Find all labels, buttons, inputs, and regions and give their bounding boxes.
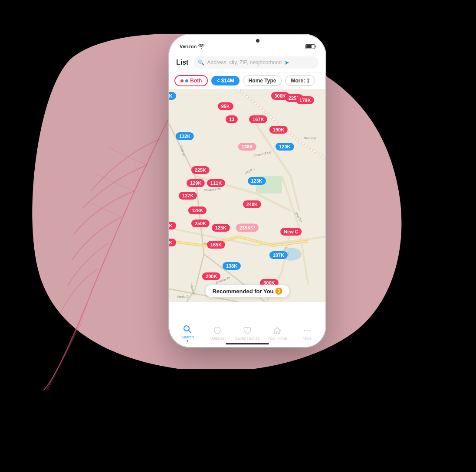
nav-search[interactable]: Search: [176, 324, 200, 342]
pin-200k[interactable]: 200K: [202, 272, 220, 280]
carrier-name: Verizon: [180, 44, 197, 49]
your-home-nav-label: Your Home: [268, 336, 287, 341]
battery-status: [305, 44, 315, 49]
more-label: More: 1: [291, 78, 309, 84]
location-arrow-icon[interactable]: ➤: [284, 59, 289, 66]
nav-updates[interactable]: Updates: [205, 326, 229, 341]
pin-179k[interactable]: 179K: [296, 96, 314, 104]
svg-point-16: [306, 330, 308, 331]
both-filter-chip[interactable]: Both: [174, 75, 208, 86]
hometype-filter-chip[interactable]: Home Type: [243, 75, 282, 86]
search-nav-icon: [183, 324, 192, 334]
more-filter-chip[interactable]: More: 1: [285, 75, 315, 86]
filter-bar: Both < $14M Home Type More: 1: [169, 72, 325, 89]
search-icon: 🔍: [198, 59, 204, 66]
carrier-info: Verizon: [180, 44, 204, 49]
more-nav-icon: [302, 326, 312, 335]
pin-95k[interactable]: 95K: [218, 102, 233, 110]
svg-text:Log D...: Log D...: [244, 167, 255, 175]
search-input-box[interactable]: 🔍 Address, city, ZIP, neighborhood ➤: [194, 56, 318, 69]
pin-new[interactable]: New C: [280, 228, 302, 236]
svg-text:rlando Dr: rlando Dr: [177, 295, 190, 298]
wifi-status-icon: [198, 44, 204, 49]
saved-homes-nav-icon: [243, 326, 252, 335]
pin-123k[interactable]: 123K: [247, 177, 266, 185]
search-active-dot: [187, 340, 188, 342]
dot-blue-icon: [185, 79, 188, 82]
pin-235k[interactable]: 235K♡: [236, 223, 259, 232]
pin-138k-top[interactable]: 138K: [238, 143, 256, 151]
search-placeholder-text: Address, city, ZIP, neighborhood: [207, 59, 282, 66]
search-bar[interactable]: List 🔍 Address, city, ZIP, neighborhood …: [169, 54, 325, 72]
pin-132k[interactable]: 132K: [176, 132, 194, 140]
updates-nav-icon: [213, 326, 222, 335]
pin-250k[interactable]: 250K: [191, 220, 210, 227]
svg-point-15: [304, 330, 305, 331]
nav-your-home[interactable]: Your Home: [266, 326, 289, 341]
battery-fill: [306, 45, 312, 48]
pin-225k-mid[interactable]: 225K: [191, 166, 210, 174]
camera-dot: [256, 39, 259, 43]
pin-107k[interactable]: 107K: [269, 251, 288, 259]
pin-111k[interactable]: 111K: [207, 179, 225, 187]
more-nav-label: More: [302, 336, 312, 341]
battery-icon: [305, 44, 315, 49]
phone-wrapper: Verizon List 🔍 Address, city, ZIP, neigh…: [169, 35, 325, 347]
recommended-pill[interactable]: Recommended for You 3: [205, 285, 289, 298]
pin-128k[interactable]: 128K: [188, 206, 207, 214]
map-area[interactable]: Log D... Cross Hill Rd Prospect Rd Madis…: [169, 89, 325, 302]
price-filter-chip[interactable]: < $14M: [211, 76, 239, 85]
search-nav-label: Search: [181, 335, 194, 339]
pin-129k[interactable]: 129K: [187, 179, 205, 187]
svg-text:Duke Dr: Duke Dr: [180, 145, 186, 157]
svg-point-17: [309, 330, 310, 331]
pin-137k[interactable]: 137K: [179, 192, 197, 200]
nav-more[interactable]: More: [295, 326, 319, 341]
pin-167k[interactable]: 167K: [249, 115, 267, 123]
pin-125k[interactable]: 125K: [212, 224, 230, 232]
svg-text:Prospect Rd: Prospect Rd: [204, 187, 220, 192]
hometype-label: Home Type: [249, 78, 276, 84]
pin-240k[interactable]: 240K: [243, 200, 261, 208]
svg-text:Cross Hill Rd: Cross Hill Rd: [253, 151, 272, 157]
your-home-nav-icon: [272, 326, 282, 335]
price-label: < $14M: [217, 78, 234, 84]
pin-13x[interactable]: 13: [226, 115, 238, 123]
both-label: Both: [190, 78, 202, 84]
pin-190k[interactable]: 190K: [269, 126, 288, 134]
updates-nav-label: Updates: [210, 336, 225, 341]
phone-frame: Verizon List 🔍 Address, city, ZIP, neigh…: [169, 35, 325, 347]
recommended-badge: 3: [276, 288, 282, 295]
phone-notch: [221, 35, 273, 47]
home-indicator: [226, 343, 269, 344]
saved-homes-nav-label: Saved Homes: [235, 336, 260, 341]
recommended-label: Recommended for You: [212, 288, 273, 295]
pin-165k[interactable]: 165K: [207, 241, 225, 249]
dot-red-icon: [181, 79, 184, 82]
pin-138k-bot[interactable]: 138K: [223, 262, 241, 270]
nav-saved-homes[interactable]: Saved Homes: [235, 326, 260, 341]
list-tab-label[interactable]: List: [176, 59, 188, 66]
pin-120k[interactable]: 120K: [276, 143, 294, 151]
svg-text:Meetings...: Meetings...: [304, 137, 318, 140]
